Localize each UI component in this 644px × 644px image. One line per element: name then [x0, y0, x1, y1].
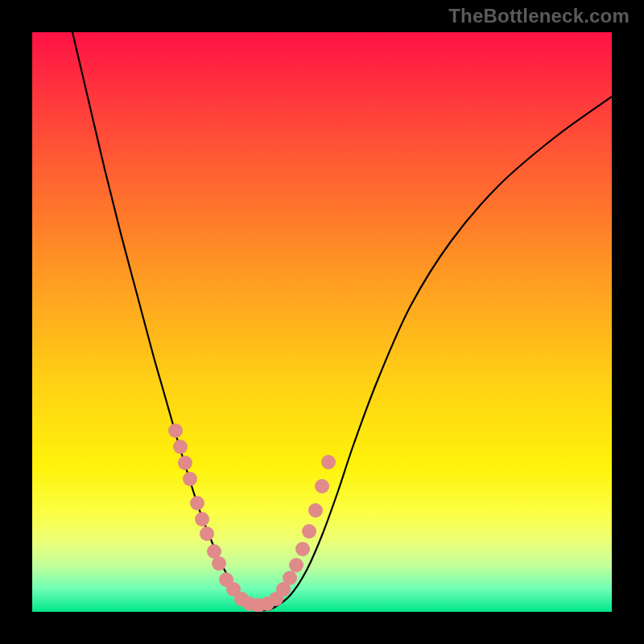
curve-layer — [32, 32, 612, 612]
marker-dot — [283, 571, 297, 585]
marker-dot — [212, 556, 226, 571]
marker-dot — [289, 558, 303, 572]
chart-frame: TheBottleneck.com — [0, 0, 644, 644]
marker-dot — [195, 512, 209, 526]
marker-dot — [200, 526, 214, 541]
marker-dot — [321, 455, 336, 469]
plot-area — [32, 32, 612, 612]
marker-dot — [295, 542, 310, 556]
watermark-text: TheBottleneck.com — [448, 5, 630, 27]
marker-dot — [173, 440, 188, 454]
marker-dot — [183, 472, 197, 486]
bottleneck-curve — [72, 32, 612, 610]
marker-dot — [315, 479, 329, 493]
marker-dot — [178, 456, 192, 470]
marker-dots — [168, 423, 336, 612]
marker-dot — [308, 503, 323, 518]
marker-dot — [168, 423, 183, 438]
marker-dot — [190, 496, 204, 510]
marker-dot — [302, 524, 316, 539]
